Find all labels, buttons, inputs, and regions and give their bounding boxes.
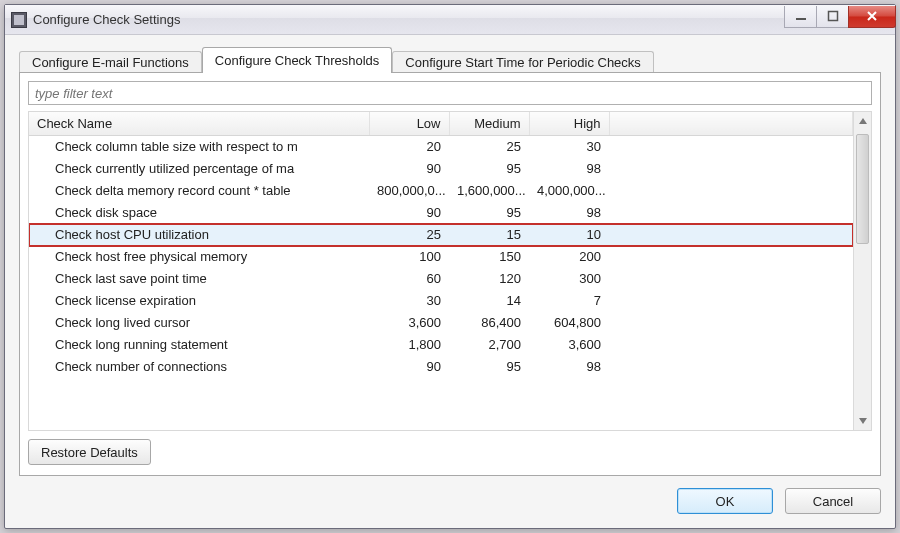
cell-high: 4,000,000... <box>529 180 609 202</box>
table-row[interactable]: Check currently utilized percentage of m… <box>29 158 853 180</box>
cell-medium: 95 <box>449 202 529 224</box>
cell-check-name: Check disk space <box>29 202 369 224</box>
client-area: Configure E-mail Functions Configure Che… <box>5 35 895 528</box>
thresholds-table-wrap: Check Name Low Medium High Check column … <box>28 111 872 431</box>
cell-high: 7 <box>529 290 609 312</box>
cell-spacer <box>609 356 853 378</box>
col-check-name[interactable]: Check Name <box>29 112 369 136</box>
table-row[interactable]: Check number of connections909598 <box>29 356 853 378</box>
restore-row: Restore Defaults <box>28 439 872 465</box>
tab-periodic-checks[interactable]: Configure Start Time for Periodic Checks <box>392 51 654 73</box>
scroll-track <box>854 130 871 412</box>
cell-high: 3,600 <box>529 334 609 356</box>
tab-check-thresholds[interactable]: Configure Check Thresholds <box>202 47 393 73</box>
cell-spacer <box>609 334 853 356</box>
cell-high: 30 <box>529 136 609 158</box>
svg-rect-0 <box>796 18 806 20</box>
cell-check-name: Check currently utilized percentage of m… <box>29 158 369 180</box>
cell-low: 20 <box>369 136 449 158</box>
scroll-down-icon <box>854 412 871 430</box>
cancel-button[interactable]: Cancel <box>785 488 881 514</box>
tab-panel: Check Name Low Medium High Check column … <box>19 72 881 476</box>
thresholds-table: Check Name Low Medium High Check column … <box>29 112 853 378</box>
table-row[interactable]: Check last save point time60120300 <box>29 268 853 290</box>
cell-medium: 15 <box>449 224 529 246</box>
minimize-icon <box>795 10 807 22</box>
cell-medium: 2,700 <box>449 334 529 356</box>
cell-spacer <box>609 268 853 290</box>
scroll-thumb[interactable] <box>856 134 869 244</box>
cell-medium: 1,600,000... <box>449 180 529 202</box>
maximize-icon <box>827 10 839 22</box>
cell-low: 25 <box>369 224 449 246</box>
tab-email-functions[interactable]: Configure E-mail Functions <box>19 51 202 73</box>
app-icon <box>11 12 27 28</box>
cell-check-name: Check number of connections <box>29 356 369 378</box>
close-button[interactable] <box>848 6 896 28</box>
cell-high: 10 <box>529 224 609 246</box>
col-low[interactable]: Low <box>369 112 449 136</box>
close-icon <box>866 10 878 22</box>
maximize-button[interactable] <box>816 6 849 28</box>
cell-low: 1,800 <box>369 334 449 356</box>
table-header-row: Check Name Low Medium High <box>29 112 853 136</box>
vertical-scrollbar[interactable] <box>853 112 871 430</box>
table-row[interactable]: Check host CPU utilization251510 <box>29 224 853 246</box>
cell-check-name: Check host free physical memory <box>29 246 369 268</box>
cell-high: 200 <box>529 246 609 268</box>
restore-defaults-button[interactable]: Restore Defaults <box>28 439 151 465</box>
cell-high: 98 <box>529 356 609 378</box>
cell-medium: 95 <box>449 356 529 378</box>
cell-low: 30 <box>369 290 449 312</box>
ok-button[interactable]: OK <box>677 488 773 514</box>
cell-high: 604,800 <box>529 312 609 334</box>
cell-check-name: Check host CPU utilization <box>29 224 369 246</box>
cell-low: 90 <box>369 202 449 224</box>
thresholds-table-area: Check Name Low Medium High Check column … <box>29 112 853 430</box>
cell-check-name: Check delta memory record count * table <box>29 180 369 202</box>
cell-low: 100 <box>369 246 449 268</box>
cell-medium: 120 <box>449 268 529 290</box>
cell-spacer <box>609 136 853 158</box>
cell-medium: 86,400 <box>449 312 529 334</box>
cell-check-name: Check license expiration <box>29 290 369 312</box>
cell-check-name: Check long lived cursor <box>29 312 369 334</box>
col-high[interactable]: High <box>529 112 609 136</box>
cell-spacer <box>609 312 853 334</box>
cell-spacer <box>609 158 853 180</box>
window-controls <box>785 6 896 28</box>
cell-check-name: Check column table size with respect to … <box>29 136 369 158</box>
window-title: Configure Check Settings <box>33 12 785 27</box>
table-row[interactable]: Check license expiration30147 <box>29 290 853 312</box>
col-medium[interactable]: Medium <box>449 112 529 136</box>
cell-medium: 25 <box>449 136 529 158</box>
cell-high: 98 <box>529 202 609 224</box>
cell-low: 800,000,0... <box>369 180 449 202</box>
cell-low: 90 <box>369 356 449 378</box>
scroll-up-icon <box>854 112 871 130</box>
cell-high: 98 <box>529 158 609 180</box>
col-spacer <box>609 112 853 136</box>
tab-strip: Configure E-mail Functions Configure Che… <box>19 47 881 73</box>
cell-low: 3,600 <box>369 312 449 334</box>
dialog-window: Configure Check Settings Configure E-mai… <box>4 4 896 529</box>
cell-spacer <box>609 290 853 312</box>
cell-spacer <box>609 224 853 246</box>
table-row[interactable]: Check delta memory record count * table8… <box>29 180 853 202</box>
svg-rect-1 <box>828 12 837 21</box>
cell-medium: 14 <box>449 290 529 312</box>
table-row[interactable]: Check long running statement1,8002,7003,… <box>29 334 853 356</box>
table-row[interactable]: Check long lived cursor3,60086,400604,80… <box>29 312 853 334</box>
table-row[interactable]: Check host free physical memory100150200 <box>29 246 853 268</box>
cell-spacer <box>609 180 853 202</box>
cell-low: 60 <box>369 268 449 290</box>
table-row[interactable]: Check column table size with respect to … <box>29 136 853 158</box>
cell-low: 90 <box>369 158 449 180</box>
cell-medium: 150 <box>449 246 529 268</box>
cell-high: 300 <box>529 268 609 290</box>
cell-check-name: Check last save point time <box>29 268 369 290</box>
filter-input[interactable] <box>28 81 872 105</box>
cell-spacer <box>609 202 853 224</box>
minimize-button[interactable] <box>784 6 817 28</box>
table-row[interactable]: Check disk space909598 <box>29 202 853 224</box>
